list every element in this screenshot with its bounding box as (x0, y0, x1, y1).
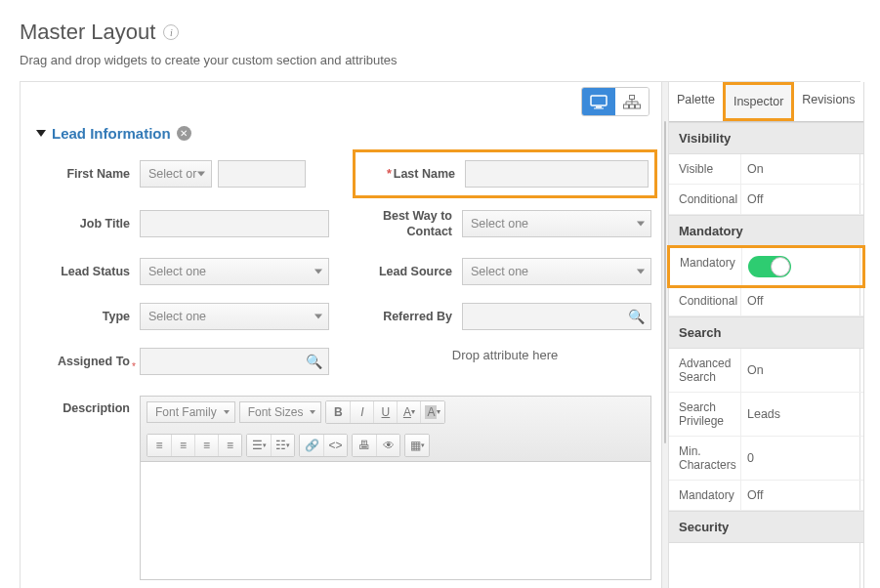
field-first-name[interactable]: First Name Select or (36, 157, 329, 190)
referred-by-label: Referred By (358, 310, 452, 323)
text-color-button[interactable]: A▾ (397, 401, 420, 423)
rte-toolbar: Font Family Font Sizes B I U A▾ A▾ (141, 397, 650, 462)
best-way-label: Best Way to Contact (358, 208, 452, 240)
referred-by-lookup[interactable]: 🔍 (462, 303, 651, 330)
align-right-button[interactable]: ≡ (194, 435, 218, 456)
hierarchy-view-button[interactable] (615, 88, 649, 115)
last-name-label: *Last Name (361, 167, 455, 181)
search-icon: 🔍 (306, 354, 322, 369)
align-center-button[interactable]: ≡ (171, 435, 194, 456)
assigned-to-lookup[interactable]: 🔍 (140, 348, 329, 375)
salutation-select[interactable]: Select or (140, 160, 212, 188)
svg-rect-5 (630, 105, 635, 108)
bold-button[interactable]: B (326, 401, 350, 423)
field-type[interactable]: Type Select one (36, 303, 329, 330)
drop-attribute-zone[interactable]: Drop attribute here (358, 348, 651, 372)
search-icon: 🔍 (628, 309, 645, 324)
best-way-select[interactable]: Select one (462, 210, 651, 237)
prop-mandatory-conditional[interactable]: Conditional Off (669, 286, 863, 316)
italic-button[interactable]: I (350, 401, 373, 423)
align-justify-button[interactable]: ≡ (218, 435, 241, 456)
tab-revisions[interactable]: Revisions (794, 82, 862, 121)
tab-palette[interactable]: Palette (669, 82, 723, 121)
table-button[interactable]: ▦▾ (405, 435, 429, 456)
prop-search-mandatory[interactable]: Mandatory Off (669, 481, 863, 511)
chevron-down-icon (637, 269, 645, 273)
prop-mandatory[interactable]: Mandatory (667, 245, 865, 288)
font-sizes-select[interactable]: Font Sizes (239, 401, 322, 423)
prop-search-privilege[interactable]: Search Privilege Leads (669, 393, 863, 437)
chevron-down-icon (637, 222, 645, 227)
align-left-button[interactable]: ≡ (147, 435, 171, 456)
svg-rect-6 (636, 105, 641, 108)
bullet-list-button[interactable]: ☰▾ (247, 435, 271, 456)
desktop-view-button[interactable] (582, 88, 615, 115)
page-title: Master Layout (20, 20, 155, 45)
last-name-input[interactable] (465, 160, 649, 188)
job-title-label: Job Title (36, 217, 130, 231)
lead-status-label: Lead Status (36, 265, 130, 278)
bg-color-button[interactable]: A▾ (420, 401, 444, 423)
group-mandatory: Mandatory (669, 215, 863, 247)
type-label: Type (36, 310, 130, 323)
type-select[interactable]: Select one (140, 303, 329, 330)
field-lead-status[interactable]: Lead Status Select one (36, 258, 329, 285)
prop-visible[interactable]: Visible On (669, 154, 863, 185)
rte-body[interactable] (141, 462, 650, 579)
group-visibility: Visibility (669, 122, 863, 154)
svg-rect-1 (596, 106, 602, 108)
code-button[interactable]: <> (323, 435, 347, 456)
lead-source-label: Lead Source (358, 265, 452, 278)
monitor-icon (590, 95, 608, 109)
remove-section-button[interactable]: ✕ (177, 126, 191, 141)
mandatory-toggle[interactable] (748, 256, 791, 277)
print-button[interactable]: 🖶 (353, 435, 376, 456)
field-assigned-to[interactable]: Assigned To 🔍 (36, 348, 329, 375)
field-lead-source[interactable]: Lead Source Select one (358, 258, 651, 285)
prop-min-characters[interactable]: Min. Characters 0 (669, 437, 863, 481)
underline-button[interactable]: U (373, 401, 397, 423)
field-last-name[interactable]: *Last Name (353, 149, 657, 198)
prop-visibility-conditional[interactable]: Conditional Off (669, 185, 863, 215)
preview-button[interactable]: 👁 (376, 435, 399, 456)
group-search: Search (669, 316, 863, 349)
chevron-down-icon (314, 269, 322, 273)
first-name-label: First Name (36, 167, 130, 181)
canvas-area: Lead Information ✕ First Name Select or … (21, 82, 661, 588)
scrollbar-thumb[interactable] (664, 121, 666, 443)
first-name-input[interactable] (218, 160, 306, 188)
assigned-to-label: Assigned To (36, 355, 130, 368)
info-icon[interactable]: i (163, 24, 179, 40)
canvas-scrollbar[interactable] (661, 82, 668, 588)
number-list-button[interactable]: ☷▾ (271, 435, 294, 456)
lead-status-select[interactable]: Select one (140, 258, 329, 285)
sidebar-scrollbar[interactable] (863, 82, 864, 588)
chevron-down-icon (314, 314, 322, 318)
page-subtitle: Drag and drop widgets to create your cus… (20, 53, 860, 67)
prop-advanced-search[interactable]: Advanced Search On (669, 349, 863, 393)
svg-rect-0 (591, 96, 607, 105)
tab-inspector[interactable]: Inspector (723, 82, 794, 121)
group-security: Security (669, 511, 863, 543)
field-best-way-contact[interactable]: Best Way to Contact Select one (358, 208, 651, 240)
chevron-down-icon (197, 172, 205, 177)
job-title-input[interactable] (140, 210, 329, 237)
collapse-icon[interactable] (36, 130, 46, 137)
sitemap-icon (623, 95, 641, 109)
field-job-title[interactable]: Job Title (36, 208, 329, 240)
svg-rect-2 (594, 107, 604, 108)
svg-rect-3 (630, 95, 635, 99)
lead-source-select[interactable]: Select one (462, 258, 651, 285)
description-label: Description (36, 396, 130, 415)
section-title: Lead Information (52, 125, 171, 142)
field-referred-by[interactable]: Referred By 🔍 (358, 303, 651, 330)
description-editor[interactable]: Font Family Font Sizes B I U A▾ A▾ (140, 396, 651, 580)
view-toggle-group (581, 87, 650, 116)
link-button[interactable]: 🔗 (300, 435, 323, 456)
font-family-select[interactable]: Font Family (147, 401, 235, 423)
svg-rect-4 (624, 105, 629, 108)
